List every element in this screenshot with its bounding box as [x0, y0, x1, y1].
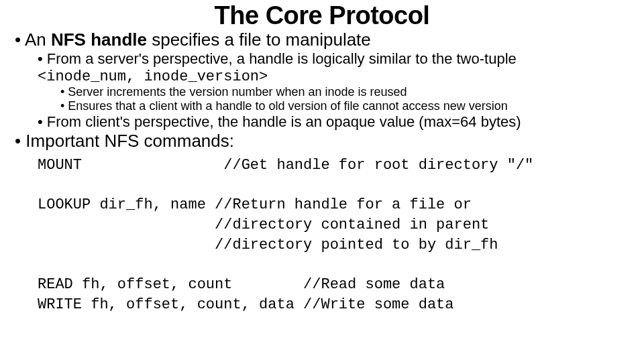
text-mono: <inode_num, inode_version> — [38, 68, 268, 85]
command-block: MOUNT //Get handle for root directory "/… — [0, 156, 644, 315]
text: From a server's perspective, a handle is… — [47, 50, 517, 67]
slide-title: The Core Protocol — [0, 1, 644, 30]
bullet-list: An NFS handle specifies a file to manipu… — [0, 30, 644, 152]
text: specifies a file to manipulate — [147, 29, 371, 50]
bullet-client-perspective: From client's perspective, the handle is… — [38, 113, 644, 130]
bullet-commands: Important NFS commands: — [15, 131, 644, 152]
bullet-server-perspective: From a server's perspective, a handle is… — [38, 50, 644, 113]
bullet-increment: Server increments the version number whe… — [60, 85, 644, 99]
bullet-ensures: Ensures that a client with a handle to o… — [60, 99, 644, 113]
sub-list: From a server's perspective, a handle is… — [15, 50, 644, 130]
text: An — [25, 29, 51, 50]
bullet-nfs-handle: An NFS handle specifies a file to manipu… — [15, 30, 644, 130]
sub-sub-list: Server increments the version number whe… — [38, 85, 644, 113]
slide: The Core Protocol An NFS handle specifie… — [0, 1, 644, 362]
text-bold: NFS handle — [51, 29, 147, 50]
